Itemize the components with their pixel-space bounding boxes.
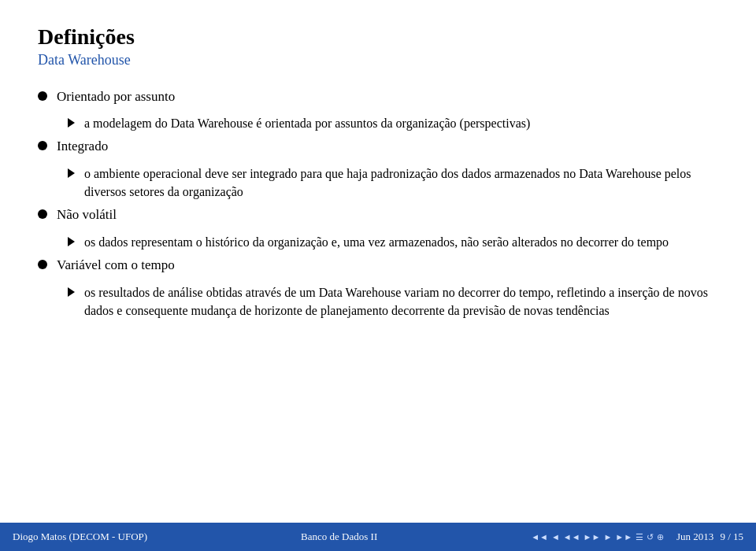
- nav-zoom-icon[interactable]: ⊕: [657, 532, 664, 542]
- bullet-l2-icon: [68, 118, 75, 128]
- bullet-variavel-text: Variável com o tempo: [57, 256, 175, 276]
- bullet-l2-icon: [68, 237, 75, 246]
- nav-icons[interactable]: ◄◄ ◄ ◄◄ ►► ► ►► ☰ ↺ ⊕: [531, 532, 664, 542]
- footer-date: Jun 2013: [676, 531, 713, 543]
- bullet-nao-volatil-sub1-text: os dados representam o histórico da orga…: [84, 233, 669, 251]
- footer-center: Banco de Dados II: [301, 531, 377, 543]
- nav-refresh-icon[interactable]: ↺: [647, 532, 654, 542]
- bullet-integrado-sub1: o ambiente operacional deve ser integrad…: [68, 165, 718, 201]
- nav-last-icon[interactable]: ►►: [615, 532, 632, 542]
- bullet-orientado-sub1: a modelagem do Data Warehouse é orientad…: [68, 114, 718, 132]
- nav-section-prev-icon[interactable]: ◄◄: [563, 532, 580, 542]
- bullet-l1-icon: [38, 91, 47, 101]
- bullet-nao-volatil: Não volátil: [38, 205, 718, 225]
- slide-title: Definições: [38, 24, 718, 50]
- bullet-variavel-sub1: os resultados de análise obtidas através…: [68, 283, 718, 320]
- bottom-bar: Diogo Matos (DECOM - UFOP) Banco de Dado…: [0, 523, 756, 551]
- bullet-l2-icon: [68, 168, 75, 178]
- nav-menu-icon[interactable]: ☰: [636, 532, 643, 542]
- bullet-nao-volatil-text: Não volátil: [57, 205, 117, 225]
- bullet-variavel-sub1-text: os resultados de análise obtidas através…: [84, 283, 718, 320]
- bullet-integrado: Integrado: [38, 137, 718, 157]
- bullet-l1-icon: [38, 260, 47, 269]
- bullet-variavel: Variável com o tempo: [38, 256, 718, 276]
- footer-page: 9 / 15: [720, 531, 743, 543]
- content-body: Orientado por assunto a modelagem do Dat…: [38, 87, 718, 320]
- bullet-orientado-text: Orientado por assunto: [57, 87, 175, 107]
- bullet-orientado: Orientado por assunto: [38, 87, 718, 107]
- bullet-orientado-sub1-text: a modelagem do Data Warehouse é orientad…: [84, 114, 530, 132]
- bullet-integrado-sub1-text: o ambiente operacional deve ser integrad…: [84, 165, 718, 201]
- bullet-l1-icon: [38, 141, 47, 150]
- bullet-l1-icon: [38, 209, 47, 219]
- nav-next-icon[interactable]: ►: [603, 532, 612, 542]
- nav-section-next-icon[interactable]: ►►: [584, 532, 601, 542]
- footer-left: Diogo Matos (DECOM - UFOP): [13, 531, 147, 543]
- main-content: Definições Data Warehouse Orientado por …: [0, 0, 756, 523]
- bullet-integrado-text: Integrado: [57, 137, 108, 157]
- bullet-nao-volatil-sub1: os dados representam o histórico da orga…: [68, 233, 718, 251]
- bullet-l2-icon: [68, 287, 75, 297]
- slide: Definições Data Warehouse Orientado por …: [0, 0, 756, 551]
- nav-prev-icon[interactable]: ◄: [551, 532, 560, 542]
- slide-subtitle: Data Warehouse: [38, 52, 718, 68]
- nav-first-icon[interactable]: ◄◄: [531, 532, 548, 542]
- footer-right: ◄◄ ◄ ◄◄ ►► ► ►► ☰ ↺ ⊕ Jun 2013 9 / 15: [531, 531, 743, 543]
